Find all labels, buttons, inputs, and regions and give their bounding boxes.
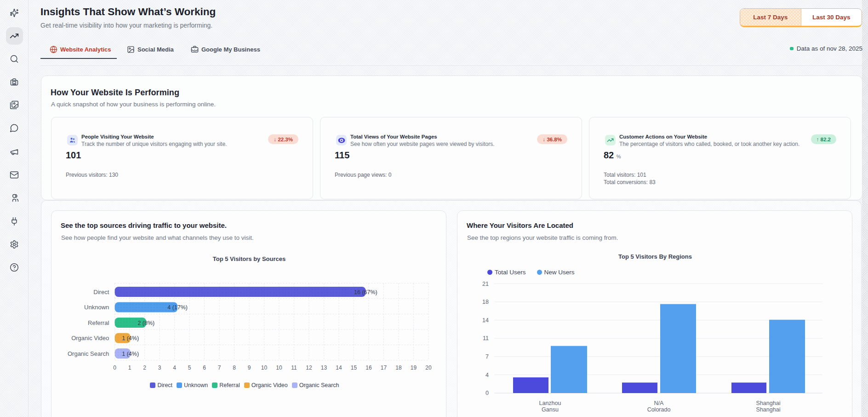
svg-text:1 (4%): 1 (4%) — [122, 335, 139, 342]
svg-text:13: 13 — [321, 365, 327, 371]
svg-text:Gansu: Gansu — [542, 406, 559, 413]
svg-text:14: 14 — [482, 317, 489, 324]
svg-text:15: 15 — [351, 365, 357, 371]
svg-text:Shanghai: Shanghai — [756, 400, 781, 406]
svg-text:18: 18 — [482, 299, 489, 305]
svg-text:8: 8 — [233, 365, 236, 371]
svg-text:18: 18 — [395, 365, 402, 371]
svg-text:Colorado: Colorado — [647, 406, 671, 413]
svg-text:19: 19 — [411, 365, 417, 371]
svg-text:Referral: Referral — [88, 319, 109, 326]
svg-text:Unknown: Unknown — [84, 304, 109, 311]
svg-text:5: 5 — [188, 365, 191, 371]
svg-text:Direct: Direct — [93, 289, 109, 295]
svg-text:2 (8%): 2 (8%) — [137, 320, 154, 326]
svg-text:2: 2 — [143, 365, 146, 371]
svg-text:12: 12 — [306, 365, 312, 371]
svg-text:7: 7 — [485, 353, 489, 360]
svg-text:Organic Video: Organic Video — [71, 335, 109, 342]
svg-text:11: 11 — [483, 335, 489, 342]
svg-text:3: 3 — [158, 365, 161, 371]
svg-text:10: 10 — [276, 365, 282, 371]
svg-text:16 (67%): 16 (67%) — [354, 289, 377, 295]
svg-text:N/A: N/A — [654, 400, 664, 406]
svg-text:1 (4%): 1 (4%) — [122, 351, 139, 357]
svg-text:14: 14 — [336, 365, 342, 371]
svg-text:7: 7 — [218, 365, 221, 371]
svg-text:0: 0 — [113, 365, 116, 371]
svg-text:11: 11 — [291, 365, 297, 371]
svg-text:16: 16 — [365, 365, 372, 371]
svg-text:21: 21 — [482, 281, 489, 287]
svg-text:4: 4 — [485, 372, 489, 378]
svg-text:Lanzhou: Lanzhou — [539, 400, 561, 406]
svg-text:4 (17%): 4 (17%) — [167, 304, 188, 311]
svg-text:10: 10 — [261, 365, 268, 371]
svg-text:Shanghai: Shanghai — [756, 406, 781, 413]
svg-text:6: 6 — [203, 365, 206, 371]
svg-text:1: 1 — [128, 365, 131, 371]
svg-text:9: 9 — [248, 365, 251, 371]
svg-text:Organic Search: Organic Search — [68, 350, 109, 357]
svg-text:20: 20 — [425, 365, 432, 371]
svg-text:0: 0 — [485, 390, 489, 396]
svg-text:17: 17 — [381, 365, 387, 371]
svg-text:4: 4 — [173, 365, 176, 371]
